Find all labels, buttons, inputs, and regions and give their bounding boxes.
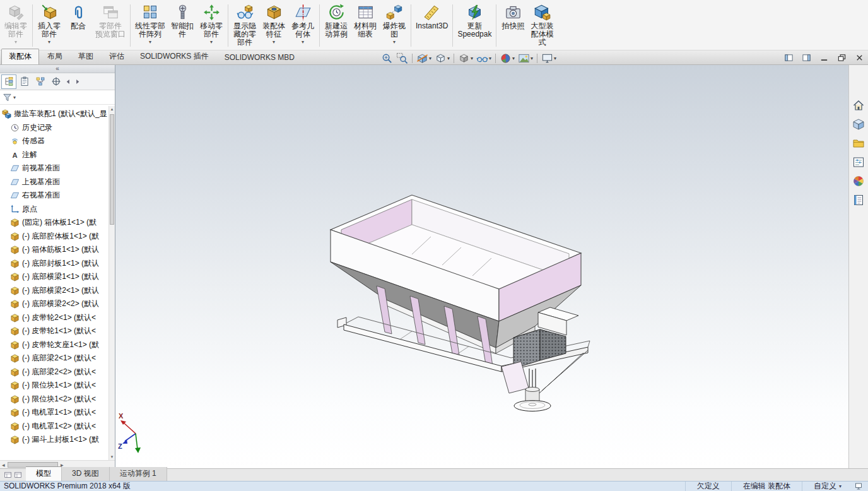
tree-item[interactable]: (-) 限位块1<2> (默认< — [0, 393, 108, 406]
tree-item[interactable]: (-) 限位块1<1> (默认< — [0, 379, 108, 393]
zoom-area-button[interactable] — [395, 52, 409, 65]
chevron-down-icon: ▾ — [839, 483, 842, 489]
tree-item[interactable]: 注解 — [0, 148, 108, 162]
assembly-3d-model[interactable]: X Z — [115, 65, 848, 468]
configurationmanager-tab[interactable] — [33, 74, 48, 89]
tree-item[interactable]: (-) 底部横梁2<2> (默认 — [0, 297, 108, 311]
tab-motion-study-1[interactable]: 运动算例 1 — [110, 467, 167, 481]
tree-item[interactable]: (-) 底部梁2<2> (默认< — [0, 365, 108, 379]
t-part-icon — [10, 245, 20, 254]
tree-item[interactable]: (-) 漏斗上封板1<1> (默 — [0, 433, 108, 447]
tab-scroll-left[interactable] — [64, 74, 73, 89]
zoom-fit-button[interactable] — [380, 52, 394, 65]
tab-sketch[interactable]: 草图 — [71, 49, 101, 64]
filter-funnel-icon[interactable] — [3, 93, 12, 102]
linear-component-pattern-button[interactable]: 线性零部 件阵列 ▾ — [132, 1, 168, 50]
component-preview-window-button[interactable]: 零部件 预览窗口 — [93, 1, 128, 50]
tree-item[interactable]: (-) 底部横梁2<1> (默认 — [0, 284, 108, 298]
tree-item[interactable]: 右视基准面 — [0, 189, 108, 203]
tab-scroll-right[interactable] — [73, 74, 81, 89]
tree-item[interactable]: 撒盐车装配1 (默认<默认_显 — [0, 107, 108, 121]
tree-item[interactable]: (-) 皮带轮2<1> (默认< — [0, 311, 108, 325]
assembly-features-button[interactable]: 装配体 特征 ▾ — [259, 1, 288, 50]
apply-scene-button[interactable]: ▾ — [517, 52, 534, 65]
scroll-up-icon[interactable]: ▲ — [109, 106, 115, 112]
tab-assembly[interactable]: 装配体 — [1, 49, 39, 64]
mate-button[interactable]: 配合 — [64, 1, 93, 50]
reference-geometry-button[interactable]: 参考几 何体 ▾ — [288, 1, 317, 50]
tree-item[interactable]: 前视基准面 — [0, 162, 108, 175]
tree-item[interactable]: 传感器 — [0, 134, 108, 148]
insert-components-button[interactable]: 插入零 部件 ▾ — [35, 1, 64, 50]
sheet-icon[interactable] — [4, 471, 12, 479]
tree-item[interactable]: (-) 电机罩1<2> (默认< — [0, 420, 108, 434]
ribbon-tab-label: 布局 — [47, 52, 62, 61]
update-speedpak-button[interactable]: 更新 Speedpak — [455, 1, 494, 50]
panel-collapse-handle[interactable]: « — [0, 65, 115, 73]
minimize-button[interactable] — [819, 53, 829, 62]
close-button[interactable] — [855, 53, 864, 62]
home-button[interactable] — [851, 98, 866, 113]
restore-button[interactable] — [837, 53, 847, 62]
status-item[interactable]: 欠定义 — [685, 482, 731, 491]
section-view-button[interactable]: ▾ — [415, 52, 433, 65]
sheet-icon[interactable] — [14, 471, 22, 479]
status-display-icon[interactable] — [853, 482, 868, 490]
tree-item[interactable]: (-) 皮带轮1<1> (默认< — [0, 324, 108, 338]
tree-item[interactable]: (-) 底部梁2<1> (默认< — [0, 352, 108, 365]
view-palette-button[interactable] — [851, 117, 866, 132]
toggle-left-pane-button[interactable] — [784, 53, 794, 62]
forum-button[interactable] — [851, 192, 866, 208]
featuremanager-tab[interactable] — [1, 74, 16, 89]
tree-item[interactable]: (-) 底部封板1<1> (默认 — [0, 257, 108, 271]
tab-solidworks-addins[interactable]: SOLIDWORKS 插件 — [132, 49, 216, 64]
tree-item[interactable]: 上视基准面 — [0, 175, 108, 189]
tree-item[interactable]: 历史记录 — [0, 121, 108, 135]
tree-item-label: (-) 漏斗上封板1<1> (默 — [22, 434, 99, 445]
t-origin-icon — [10, 204, 20, 214]
view-orientation-button[interactable]: ▾ — [433, 52, 451, 65]
t-sensor-icon — [10, 136, 20, 146]
status-item[interactable]: 自定义 ▾ — [802, 482, 853, 491]
toggle-right-pane-button[interactable] — [802, 53, 811, 62]
exploded-view-button[interactable]: 爆炸视 图 ▾ — [380, 1, 409, 50]
tab-layout[interactable]: 布局 — [40, 49, 70, 64]
propertymanager-tab[interactable] — [17, 74, 32, 89]
bill-of-materials-button[interactable]: 材料明 细表 — [351, 1, 380, 50]
status-item[interactable]: 在编辑 装配体 — [731, 482, 802, 491]
move-component-button[interactable]: 移动零 部件 ▾ — [197, 1, 226, 50]
custom-properties-button[interactable] — [851, 155, 866, 170]
smart-fasteners-button[interactable]: 智能扣 件 — [168, 1, 197, 50]
tree-item[interactable]: (-) 皮带轮支座1<1> (默 — [0, 338, 108, 352]
tree-item[interactable]: 原点 — [0, 203, 108, 216]
tab-evaluate[interactable]: 评估 — [102, 49, 132, 64]
view-settings-button[interactable]: ▾ — [540, 52, 558, 65]
scroll-left-icon[interactable]: ◀ — [0, 463, 7, 467]
separator — [32, 4, 33, 47]
dimxpert-tab[interactable] — [49, 74, 64, 89]
hide-show-items-button[interactable]: ▾ — [475, 52, 493, 65]
design-library-button[interactable] — [851, 136, 866, 151]
graphics-area[interactable]: X Z — [115, 65, 848, 468]
tree-item[interactable]: (-) 箱体筋板1<1> (默认 — [0, 243, 108, 257]
i-editcomp-icon — [8, 4, 25, 21]
new-motion-study-button[interactable]: 新建运 动算例 — [322, 1, 351, 50]
scroll-down-icon[interactable]: ▼ — [109, 454, 115, 460]
show-hidden-components-button[interactable]: 显示隐 藏的零 部件 — [230, 1, 259, 50]
tab-solidworks-mbd[interactable]: SOLIDWORKS MBD — [217, 50, 302, 64]
edit-component-button[interactable]: 编辑零 部件 ▾ — [1, 1, 30, 50]
tree-item[interactable]: (-) 底部腔体板1<1> (默 — [0, 230, 108, 244]
tree-item[interactable]: (-) 底部横梁1<1> (默认 — [0, 270, 108, 284]
tab-3d-views[interactable]: 3D 视图 — [62, 467, 110, 481]
instant3d-button[interactable]: Instant3D — [413, 1, 450, 50]
tree-vertical-scrollbar[interactable]: ▲ ▼ — [108, 106, 115, 460]
edit-appearance-button[interactable]: ▾ — [498, 52, 516, 65]
scrollbar-thumb[interactable] — [110, 114, 114, 225]
display-style-button[interactable]: ▾ — [457, 52, 474, 65]
large-assembly-mode-button[interactable]: 大型装 配体模 式 — [527, 1, 556, 50]
tab-model[interactable]: 模型 — [26, 466, 62, 481]
take-snapshot-button[interactable]: 拍快照 — [498, 1, 527, 50]
tree-item[interactable]: (-) 电机罩1<1> (默认< — [0, 406, 108, 420]
appearances-button[interactable] — [851, 174, 866, 189]
tree-item[interactable]: (固定) 箱体板1<1> (默 — [0, 216, 108, 230]
